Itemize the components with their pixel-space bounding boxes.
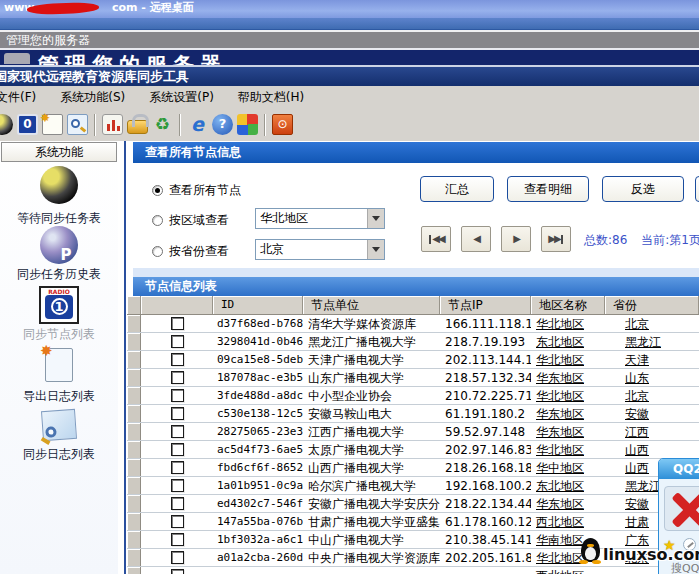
column-header[interactable]: 节点单位 xyxy=(303,296,440,314)
chevron-down-icon[interactable] xyxy=(367,240,384,259)
row-checkbox[interactable] xyxy=(171,515,184,528)
cell-region[interactable]: 华东地区 xyxy=(531,369,605,386)
menu-help-docs[interactable]: 帮助文档(H) xyxy=(226,89,316,106)
cell-region[interactable]: 华北地区 xyxy=(531,387,605,404)
row-selector[interactable] xyxy=(127,531,141,548)
row-selector[interactable] xyxy=(127,423,141,440)
row-checkbox[interactable] xyxy=(171,443,184,456)
radio-view-by-region[interactable]: 按区域查看 xyxy=(152,212,229,229)
node-radio-icon[interactable]: 0 xyxy=(17,114,38,135)
radio-view-all-nodes[interactable]: 查看所有节点 xyxy=(152,182,241,199)
view-detail-button[interactable]: 查看明细 xyxy=(507,176,589,202)
row-checkbox[interactable] xyxy=(171,461,184,474)
table-row[interactable]: 3298041d-0b46-4黑龙江广播电视大学218.7.19.193东北地区… xyxy=(127,333,699,351)
table-row[interactable]: ed4302c7-546f-4安徽广播电视大学安庆分218.22.134.44华… xyxy=(127,495,699,513)
sidebar-item-sync-log-list[interactable]: 同步日志列表 xyxy=(0,410,118,463)
row-selector[interactable] xyxy=(127,549,141,566)
table-row[interactable]: 28275065-23e3-4江西广播电视大学59.52.97.148华东地区江… xyxy=(127,423,699,441)
table-row[interactable]: 西北地区 xyxy=(127,567,699,574)
cell-province[interactable]: 北京 xyxy=(605,387,699,404)
table-row[interactable]: d37f68ed-b768-4清华大学媒体资源库166.111.118.130华… xyxy=(127,315,699,333)
row-selector[interactable] xyxy=(127,459,141,476)
row-selector[interactable] xyxy=(127,387,141,404)
recycle-icon[interactable]: ♻ xyxy=(152,114,173,135)
column-header[interactable]: 地区名称 xyxy=(531,296,605,314)
cell-region[interactable]: 华北地区 xyxy=(531,351,605,368)
column-header[interactable]: 节点IP xyxy=(440,296,531,314)
sidebar-item-export-log-list[interactable]: ✸ 导出日志列表 xyxy=(0,348,118,405)
cell-region[interactable]: 华东地区 xyxy=(531,423,605,440)
province-dropdown[interactable]: 北京 xyxy=(255,239,385,260)
exit-icon[interactable]: ⊙ xyxy=(272,114,293,135)
radio-button[interactable] xyxy=(152,215,163,226)
row-checkbox[interactable] xyxy=(171,353,184,366)
row-selector[interactable] xyxy=(127,441,141,458)
row-selector[interactable] xyxy=(127,477,141,494)
table-row[interactable]: fbd6cf6f-8652-4山西广播电视大学218.26.168.18华中地区… xyxy=(127,459,699,477)
menu-system-functions[interactable]: 系统功能(S) xyxy=(48,89,137,106)
row-checkbox[interactable] xyxy=(171,497,184,510)
row-selector[interactable] xyxy=(127,495,141,512)
row-selector[interactable] xyxy=(127,513,141,530)
row-checkbox[interactable] xyxy=(171,479,184,492)
report-chart-icon[interactable] xyxy=(102,114,123,135)
radio-button[interactable] xyxy=(152,185,163,196)
cell-province[interactable]: 江西 xyxy=(605,423,699,440)
sidebar-item-sync-history[interactable]: P 同步任务历史表 xyxy=(0,226,118,283)
cell-region[interactable]: 西北地区 xyxy=(531,513,605,530)
cell-region[interactable]: 华东地区 xyxy=(531,405,605,422)
menu-system-settings[interactable]: 系统设置(P) xyxy=(137,89,226,106)
clipped-button[interactable]: 全选 xyxy=(695,176,699,202)
log-search-icon[interactable] xyxy=(67,114,88,135)
row-selector[interactable] xyxy=(127,405,141,422)
prev-page-button[interactable]: ◀ xyxy=(461,226,491,252)
cell-province[interactable]: 北京 xyxy=(605,315,699,332)
first-page-button[interactable]: ◀◀ xyxy=(421,226,451,252)
radio-button[interactable] xyxy=(152,246,163,257)
cell-region[interactable]: 西北地区 xyxy=(531,567,605,574)
row-selector[interactable] xyxy=(127,333,141,350)
invert-selection-button[interactable]: 反选 xyxy=(602,176,684,202)
row-selector[interactable] xyxy=(127,567,141,574)
row-selector[interactable] xyxy=(127,315,141,332)
last-page-button[interactable]: ▶▶ xyxy=(541,226,571,252)
row-checkbox[interactable] xyxy=(171,533,184,546)
row-selector[interactable] xyxy=(127,369,141,386)
table-row[interactable]: 3fde488d-a8dc-4中小型企业协会210.72.225.71华北地区北… xyxy=(127,387,699,405)
windows-colors-icon[interactable] xyxy=(237,114,258,135)
sidebar-item-sync-node-list[interactable]: RADIO1 同步节点列表 xyxy=(0,286,118,343)
region-dropdown[interactable]: 华北地区 xyxy=(255,208,385,229)
table-row[interactable]: ac5d4f73-6ae5-4太原广播电视大学202.97.146.83华北地区… xyxy=(127,441,699,459)
row-checkbox[interactable] xyxy=(171,407,184,420)
sidebar-item-wait-sync-tasks[interactable]: 等待同步任务表 xyxy=(0,166,118,227)
row-checkbox[interactable] xyxy=(171,551,184,564)
chevron-down-icon[interactable] xyxy=(367,209,384,228)
row-checkbox[interactable] xyxy=(171,371,184,384)
cell-province[interactable]: 安徽 xyxy=(605,405,699,422)
cell-province[interactable]: 天津 xyxy=(605,351,699,368)
rdp-title-bar[interactable]: www.com - 远程桌面 xyxy=(0,0,699,18)
cell-region[interactable]: 东北地区 xyxy=(531,477,605,494)
cell-region[interactable]: 华北地区 xyxy=(531,315,605,332)
table-row[interactable]: 1a01b951-0c9a-4哈尔滨广播电视大学192.168.100.247东… xyxy=(127,477,699,495)
export-log-icon[interactable]: ✸ xyxy=(42,114,63,135)
row-checkbox[interactable] xyxy=(171,335,184,348)
column-header[interactable]: 省份 xyxy=(605,296,699,314)
cell-region[interactable]: 华东地区 xyxy=(531,495,605,512)
summary-button[interactable]: 汇总 xyxy=(420,176,494,202)
table-row[interactable]: 147a55ba-076b-4甘肃广播电视大学亚盛集61.178.160.12西… xyxy=(127,513,699,531)
cell-province[interactable]: 黑龙江 xyxy=(605,333,699,350)
lock-icon[interactable] xyxy=(127,120,148,134)
table-row[interactable]: c530e138-12c5-4安徽马鞍山电大61.191.180.2华东地区安徽 xyxy=(127,405,699,423)
broken-image-icon[interactable] xyxy=(664,486,699,531)
column-header[interactable] xyxy=(141,296,213,314)
column-header[interactable] xyxy=(127,296,141,314)
row-checkbox[interactable] xyxy=(171,389,184,402)
help-icon[interactable]: ? xyxy=(212,114,233,135)
row-checkbox[interactable] xyxy=(171,569,184,574)
qq-popup-title[interactable]: QQ2 xyxy=(659,459,699,479)
cell-province[interactable]: 山西 xyxy=(605,441,699,458)
cell-province[interactable]: 山东 xyxy=(605,369,699,386)
radio-view-by-province[interactable]: 按省份查看 xyxy=(152,243,229,260)
sync-sphere-icon[interactable] xyxy=(0,114,13,135)
